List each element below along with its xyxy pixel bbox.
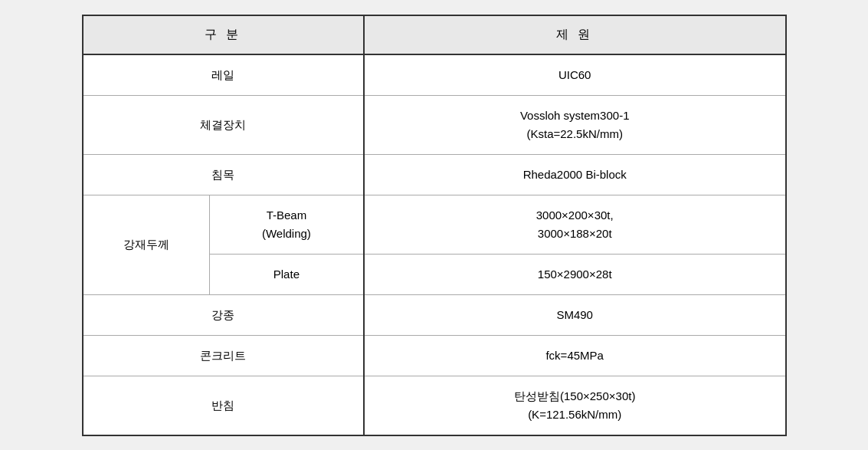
value-cell: 3000×200×30t,3000×188×20t [364,195,785,254]
category-cell: 강종 [84,294,364,335]
sub-category-cell: T-Beam(Welding) [209,195,364,254]
value-cell: Rheda2000 Bi-block [364,154,785,195]
specifications-table: 구 분 제 원 레일 UIC60 체결장치 Vossloh system300-… [84,16,785,435]
value-cell: Vossloh system300-1(Ksta=22.5kN/mm) [364,95,785,154]
table-row: 침목 Rheda2000 Bi-block [84,154,785,195]
value-cell: 탄성받침(150×250×30t)(K=121.56kN/mm) [364,376,785,435]
value-cell: fck=45MPa [364,335,785,376]
value-cell: SM490 [364,294,785,335]
category-cell: 침목 [84,154,364,195]
table-row: 강재두께 T-Beam(Welding) 3000×200×30t,3000×1… [84,195,785,254]
table-row: 반침 탄성받침(150×250×30t)(K=121.56kN/mm) [84,376,785,435]
sub-category-cell: Plate [209,254,364,294]
category-cell: 콘크리트 [84,335,364,376]
table-row: 체결장치 Vossloh system300-1(Ksta=22.5kN/mm) [84,95,785,154]
table-row: 콘크리트 fck=45MPa [84,335,785,376]
header-row: 구 분 제 원 [84,16,785,54]
table-row: 강종 SM490 [84,294,785,335]
value-cell: 150×2900×28t [364,254,785,294]
category-cell: 레일 [84,54,364,96]
value-cell: UIC60 [364,54,785,96]
main-table-container: 구 분 제 원 레일 UIC60 체결장치 Vossloh system300-… [82,15,787,436]
header-col2: 제 원 [364,16,785,54]
category-cell: 체결장치 [84,95,364,154]
table-row: 레일 UIC60 [84,54,785,96]
group-category-cell: 강재두께 [84,195,210,294]
header-col1: 구 분 [84,16,364,54]
category-cell: 반침 [84,376,364,435]
